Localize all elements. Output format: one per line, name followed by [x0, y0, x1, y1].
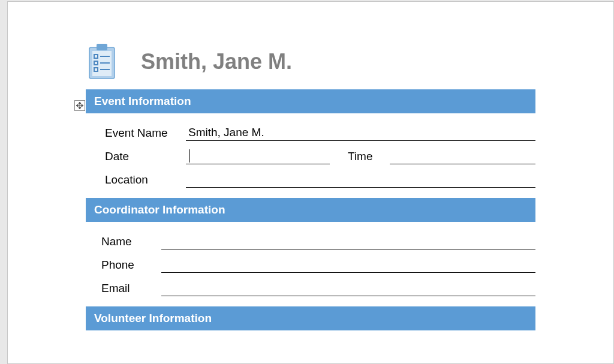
svg-rect-1 [97, 44, 107, 50]
label-email: Email [101, 282, 161, 296]
document-page: Smith, Jane M. Event Information Event N [7, 1, 614, 364]
row-name: Name [86, 230, 535, 254]
label-phone: Phone [101, 258, 161, 273]
field-email[interactable] [161, 281, 535, 296]
row-event-name: Event Name Smith, Jane M. [86, 122, 535, 145]
label-event-name: Event Name [105, 127, 186, 141]
label-time: Time [330, 150, 381, 164]
field-phone[interactable] [161, 258, 535, 273]
row-date-time: Date Time [86, 145, 535, 169]
document-header: Smith, Jane M. [86, 44, 613, 80]
section-header-coordinator: Coordinator Information [86, 198, 535, 222]
table-move-handle[interactable] [74, 100, 85, 111]
section-body-coordinator: Name Phone Email [86, 222, 535, 306]
label-date: Date [105, 150, 186, 164]
page-content: Smith, Jane M. Event Information Event N [8, 2, 613, 330]
field-location[interactable] [186, 173, 535, 188]
label-name: Name [101, 235, 161, 249]
section-header-event: Event Information [86, 89, 535, 113]
clipboard-icon [86, 44, 118, 80]
form-table: Event Information Event Name Smith, Jane… [86, 89, 535, 330]
label-location: Location [105, 173, 186, 188]
field-date[interactable] [186, 149, 330, 164]
section-header-volunteer: Volunteer Information [86, 306, 535, 330]
row-email: Email [86, 277, 535, 300]
section-body-event: Event Name Smith, Jane M. Date Time Loca… [86, 113, 535, 198]
svg-marker-13 [76, 104, 78, 107]
svg-marker-11 [79, 102, 81, 104]
document-title[interactable]: Smith, Jane M. [141, 49, 292, 74]
svg-marker-12 [79, 107, 81, 109]
field-time[interactable] [390, 149, 535, 164]
row-phone: Phone [86, 254, 535, 277]
svg-marker-14 [82, 104, 83, 107]
text-cursor [189, 149, 190, 163]
field-name[interactable] [161, 234, 535, 249]
row-location: Location [86, 169, 535, 192]
field-event-name[interactable]: Smith, Jane M. [186, 126, 535, 141]
